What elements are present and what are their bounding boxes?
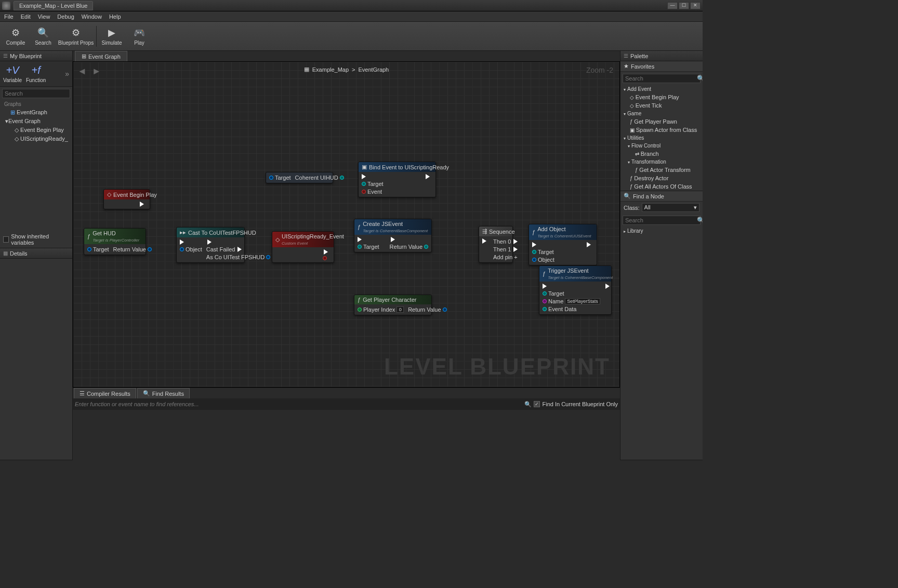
tree-eventgraph[interactable]: ⊞ EventGraph (0, 108, 72, 117)
my-blueprint-title[interactable]: ☰My Blueprint (0, 51, 72, 61)
add-pin-button[interactable]: Add pin + (493, 254, 518, 260)
node-event-begin-play[interactable]: ◇Event Begin Play (103, 189, 150, 209)
event-graph-tab[interactable]: ⊞Event Graph (75, 51, 127, 61)
nav-back-icon[interactable]: ◄ (77, 66, 87, 77)
blueprint-props-button[interactable]: ⚙ Blueprint Props (57, 24, 95, 49)
exec-pin-icon[interactable] (532, 242, 539, 247)
minimize-button[interactable]: — (667, 2, 678, 9)
exec-pin-icon[interactable] (391, 237, 398, 242)
item-get-actor-transform[interactable]: ƒ Get Actor Transform (620, 166, 703, 174)
class-dropdown[interactable]: All▾ (642, 203, 699, 212)
menu-file[interactable]: File (4, 14, 14, 20)
exec-pin-icon[interactable] (543, 284, 549, 289)
item-event-tick[interactable]: ◇ Event Tick (620, 101, 703, 110)
item-get-all-actors[interactable]: ƒ Get All Actors Of Class (620, 182, 703, 191)
node-sequence[interactable]: ⇶Sequence Then 0 Then 1 Add pin + (479, 226, 513, 263)
exec-pin-icon[interactable] (605, 284, 612, 289)
pin-icon[interactable] (269, 176, 273, 180)
nav-forward-icon[interactable]: ► (92, 66, 101, 77)
exec-pin-icon[interactable] (207, 239, 214, 245)
pin-icon[interactable] (532, 250, 536, 254)
pin-icon[interactable] (543, 291, 547, 296)
exec-pin-icon[interactable] (513, 239, 520, 244)
node-get-player-character[interactable]: ƒGet Player Character Player Index0 Retu… (354, 295, 432, 315)
cat-library[interactable]: Library (620, 227, 703, 235)
cat-utilities[interactable]: Utilities (620, 134, 703, 142)
player-index-value[interactable]: 0 (397, 306, 404, 313)
search-button[interactable]: 🔍 Search (30, 24, 57, 49)
window-tab[interactable]: Example_Map - Level Blue (14, 1, 93, 10)
pin-icon[interactable] (362, 182, 366, 186)
pin-icon[interactable] (362, 190, 366, 194)
compiler-results-tab[interactable]: ☰Compiler Results (74, 388, 136, 398)
cat-add-event[interactable]: Add Event (620, 85, 703, 93)
pin-icon[interactable] (424, 245, 428, 249)
show-inherited-checkbox[interactable]: Show inherited variables (0, 231, 72, 248)
favorites-header[interactable]: ★Favorites (620, 61, 703, 72)
menu-edit[interactable]: Edit (21, 14, 31, 20)
pin-icon[interactable] (323, 256, 327, 260)
item-destroy-actor[interactable]: ƒ Destroy Actor (620, 174, 703, 182)
pin-icon[interactable] (148, 247, 152, 251)
exec-pin-icon[interactable] (237, 247, 244, 252)
maximize-button[interactable]: ☐ (679, 2, 689, 9)
breadcrumb-map[interactable]: Example_Map (312, 66, 349, 73)
add-variable-button[interactable]: +V Variable (3, 64, 22, 83)
node-cast-to[interactable]: ▸▸Cast To CoUITestFPSHUD Object Cast Fai… (176, 227, 245, 263)
node-get-hud[interactable]: ƒGet HUDTarget is PlayerController Targe… (84, 228, 146, 255)
palette-search[interactable]: 🔍 (623, 74, 701, 83)
pin-icon[interactable] (266, 255, 270, 259)
tree-eventgraph-expanded[interactable]: ▾Event Graph (0, 117, 72, 126)
tree-event-begin-play[interactable]: ◇ Event Begin Play (0, 126, 72, 135)
cat-flow-control[interactable]: Flow Control (620, 142, 703, 150)
exec-pin-icon[interactable] (358, 237, 364, 242)
event-graph-canvas[interactable]: ◄ ► ▦ Example_Map > EventGraph Zoom -2 L… (73, 61, 620, 387)
node-coherent-uihud[interactable]: Target Coherent UIHUD (266, 172, 333, 183)
add-function-button[interactable]: +f Function (26, 64, 46, 83)
search-input[interactable] (5, 90, 76, 97)
simulate-button[interactable]: ▶ Simulate (98, 24, 125, 49)
cat-game[interactable]: Game (620, 110, 703, 117)
node-trigger-jsevent[interactable]: ƒTrigger JSEventTarget is CoherentBaseCo… (539, 265, 612, 315)
pin-icon[interactable] (532, 258, 536, 262)
compile-button[interactable]: ⚙ Compile (2, 24, 29, 49)
node-uiscripting-event[interactable]: ◇UIScriptingReady_EventCustom Event (272, 231, 334, 263)
item-event-begin-play[interactable]: ◇ Event Begin Play (620, 93, 703, 101)
exec-pin-icon[interactable] (180, 239, 187, 245)
pin-icon[interactable] (443, 308, 447, 312)
item-get-player-pawn[interactable]: ƒ Get Player Pawn (620, 117, 703, 126)
menu-debug[interactable]: Debug (57, 14, 74, 20)
find-results-tab[interactable]: 🔍Find Results (137, 388, 190, 398)
menu-window[interactable]: Window (82, 14, 102, 20)
node-add-object[interactable]: ƒAdd ObjectTarget is CoherentUIJSEvent T… (529, 224, 597, 265)
node-create-jsevent[interactable]: ƒCreate JSEventTarget is CoherentBaseCom… (354, 219, 432, 252)
exec-pin-icon[interactable] (140, 202, 147, 207)
exec-pin-icon[interactable] (587, 242, 593, 247)
close-button[interactable]: ✕ (690, 2, 701, 9)
pin-icon[interactable] (340, 176, 344, 180)
breadcrumb-graph[interactable]: EventGraph (359, 66, 389, 73)
exec-pin-icon[interactable] (324, 249, 331, 255)
cat-transformation[interactable]: Transformation (620, 158, 703, 166)
exec-pin-icon[interactable] (513, 247, 520, 252)
pin-icon[interactable] (358, 308, 362, 312)
palette-title[interactable]: ☰Palette (620, 51, 703, 61)
pin-icon[interactable] (543, 307, 547, 311)
menu-view[interactable]: View (38, 14, 50, 20)
menu-help[interactable]: Help (109, 14, 121, 20)
node-bind-event[interactable]: ▣Bind Event to UIScriptingReady Target E… (358, 162, 436, 197)
find-input[interactable] (75, 401, 522, 407)
details-title[interactable]: ▦Details (0, 248, 72, 259)
search-input[interactable] (625, 75, 697, 82)
pin-icon[interactable] (180, 247, 184, 251)
pin-icon[interactable] (543, 299, 547, 303)
pin-icon[interactable] (87, 247, 91, 251)
expand-chevron-icon[interactable]: » (65, 70, 69, 78)
name-input[interactable]: SetPlayerStats (565, 298, 600, 304)
play-button[interactable]: 🎮 Play (126, 24, 153, 49)
tree-uiscriptingready[interactable]: ◇ UIScriptingReady_ (0, 135, 72, 143)
my-blueprint-search[interactable]: 🔍 (2, 89, 70, 98)
search-input[interactable] (625, 217, 697, 223)
pin-icon[interactable] (358, 245, 362, 249)
exec-pin-icon[interactable] (426, 174, 432, 179)
